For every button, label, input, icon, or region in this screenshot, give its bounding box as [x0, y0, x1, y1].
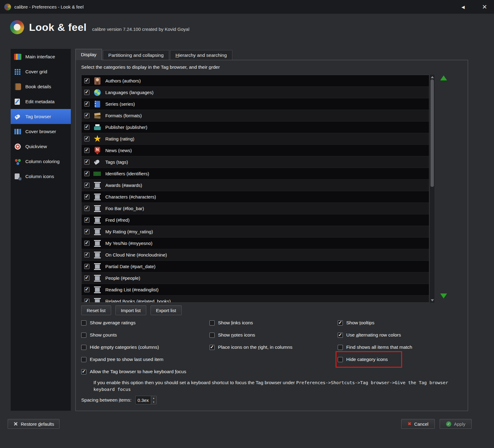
category-row-partial-date-part-date[interactable]: Partial Date (#part_date)	[82, 261, 429, 272]
reset-list-button[interactable]: Reset list	[81, 305, 111, 315]
cancel-button[interactable]: ✖ Cancel	[401, 419, 435, 429]
spin-up-icon[interactable]: ▲	[151, 396, 156, 400]
checkbox[interactable]	[84, 101, 89, 107]
checkbox[interactable]	[338, 333, 343, 338]
category-row-identifiers-identifiers[interactable]: Identifiers (identifiers)	[82, 168, 429, 180]
sidebar-item-column-icons[interactable]: Column icons	[11, 169, 71, 184]
sidebar-item-quickview[interactable]: Quickview	[11, 139, 71, 154]
checkbox[interactable]	[84, 275, 89, 281]
sidebar-item-main-interface[interactable]: Main interface	[11, 49, 71, 64]
page-title: Look & feel	[29, 21, 87, 33]
category-list: Authors (authors)Languages (languages)Se…	[81, 75, 429, 303]
tab-hierarchy-and-searching[interactable]: Hierarchy and searching	[170, 50, 232, 60]
category-row-characters-characters[interactable]: Characters (#characters)	[82, 191, 429, 203]
category-row-reading-list-readinglist[interactable]: Reading List (#readinglist)	[82, 284, 429, 296]
category-row-languages-languages[interactable]: Languages (languages)	[82, 87, 429, 98]
checkbox[interactable]	[84, 299, 89, 303]
move-up-button[interactable]	[439, 74, 448, 82]
option-place-icons-on-the-right-in-columns[interactable]: Place icons on the right, in columns	[209, 341, 292, 353]
category-row-tags-tags[interactable]: Tags (tags)	[82, 156, 429, 168]
checkbox[interactable]	[84, 113, 89, 118]
category-row-related-books-related-books[interactable]: Related Books (#related_books)	[82, 296, 429, 303]
sidebar-item-cover-grid[interactable]: Cover grid	[11, 64, 71, 79]
checkbox[interactable]	[338, 345, 343, 350]
checkbox[interactable]	[338, 357, 343, 362]
checkbox[interactable]	[81, 320, 86, 326]
option-allow-the-tag-browser-to-have-keyboard-focus[interactable]: Allow the Tag browser to have keyboard f…	[81, 366, 186, 378]
category-row-my-yes-no-myyesno[interactable]: My Yes/No (#myyesno)	[82, 238, 429, 249]
option-show-average-ratings[interactable]: Show average ratings	[81, 317, 136, 329]
checkbox[interactable]	[81, 345, 86, 350]
checkbox[interactable]	[84, 217, 89, 223]
back-arrow-icon[interactable]: ◀	[461, 5, 465, 9]
spacing-value[interactable]: 0.3ex	[136, 396, 151, 404]
checkbox[interactable]	[84, 148, 89, 153]
category-row-authors-authors[interactable]: Authors (authors)	[82, 75, 429, 87]
sidebar-item-tag-browser[interactable]: Tag browser	[11, 109, 71, 124]
option-label: Show tooltips	[346, 320, 374, 326]
sidebar-item-edit-metadata[interactable]: Edit metadata	[11, 94, 71, 109]
option-show-links-icons[interactable]: Show links icons	[209, 317, 253, 329]
option-show-notes-icons[interactable]: Show notes icons	[209, 329, 255, 341]
checkbox[interactable]	[81, 369, 86, 374]
sidebar-item-book-details[interactable]: Book details	[11, 79, 71, 94]
checkbox[interactable]	[84, 159, 89, 165]
category-row-publisher-publisher[interactable]: Publisher (publisher)	[82, 122, 429, 133]
tab-partitioning-and-collapsing[interactable]: Partitioning and collapsing	[103, 50, 169, 60]
scroll-up-icon[interactable]	[431, 76, 434, 78]
apply-button[interactable]: ✓ Apply	[440, 419, 472, 429]
option-use-alternating-row-colors[interactable]: Use alternating row colors	[338, 329, 401, 341]
checkbox[interactable]	[81, 333, 86, 338]
spin-down-icon[interactable]: ▼	[151, 400, 156, 404]
checkbox[interactable]	[209, 320, 215, 326]
instruction-text: Select the categories to display in the …	[81, 64, 220, 70]
category-row-foo-bar-foo-bar[interactable]: Foo Bar (#foo_bar)	[82, 203, 429, 214]
languages-icon	[93, 89, 101, 97]
restore-defaults-button[interactable]: Restore defaults	[8, 419, 60, 429]
export-list-button[interactable]: Export list	[151, 305, 182, 315]
checkbox[interactable]	[81, 357, 86, 362]
checkbox[interactable]	[338, 320, 343, 326]
category-row-people-people[interactable]: People (#people)	[82, 272, 429, 284]
scrollbar[interactable]	[430, 75, 434, 303]
category-label: Formats (formats)	[105, 113, 142, 118]
category-row-formats-formats[interactable]: Formats (formats)	[82, 110, 429, 122]
checkbox[interactable]	[84, 252, 89, 257]
checkbox[interactable]	[84, 287, 89, 292]
checkbox[interactable]	[209, 333, 215, 338]
category-row-my-rating-my-rating[interactable]: My Rating (#my_rating)	[82, 226, 429, 238]
checkbox[interactable]	[84, 78, 89, 83]
checkbox[interactable]	[84, 136, 89, 141]
option-expand-tree-to-show-last-used-item[interactable]: Expand tree to show last used item	[81, 353, 163, 366]
option-hide-category-icons[interactable]: Hide category icons	[338, 353, 400, 366]
close-button[interactable]: ×	[479, 0, 490, 14]
checkbox[interactable]	[84, 241, 89, 246]
sidebar-item-column-coloring[interactable]: Column coloring	[11, 154, 71, 169]
sidebar-item-cover-browser[interactable]: Cover browser	[11, 124, 71, 139]
checkbox[interactable]	[84, 264, 89, 269]
checkbox[interactable]	[84, 229, 89, 234]
checkbox[interactable]	[84, 171, 89, 176]
checkbox[interactable]	[84, 90, 89, 95]
option-show-tooltips[interactable]: Show tooltips	[338, 317, 374, 329]
checkbox[interactable]	[209, 345, 215, 350]
checkbox[interactable]	[84, 194, 89, 199]
tab-display[interactable]: Display	[75, 49, 102, 60]
option-hide-empty-categories-columns[interactable]: Hide empty categories (columns)	[81, 341, 159, 353]
checkbox[interactable]	[84, 125, 89, 130]
checkbox[interactable]	[84, 183, 89, 188]
category-row-series-series[interactable]: Series (series)	[82, 98, 429, 110]
category-row-news-news[interactable]: News (news)	[82, 145, 429, 156]
scroll-down-icon[interactable]	[431, 299, 434, 301]
scrollbar-thumb[interactable]	[430, 79, 434, 187]
option-show-counts[interactable]: Show counts	[81, 329, 117, 341]
import-list-button[interactable]: Import list	[115, 305, 146, 315]
category-row-on-cloud-nine-oncloudnine[interactable]: On Cloud Nine (#oncloudnine)	[82, 249, 429, 261]
category-row-rating-rating[interactable]: Rating (rating)	[82, 133, 429, 145]
category-row-awards-awards[interactable]: Awards (#awards)	[82, 180, 429, 191]
option-find-shows-all-items-that-match[interactable]: Find shows all items that match	[338, 341, 412, 353]
spacing-spinbox[interactable]: 0.3ex ▲▼	[135, 396, 157, 404]
move-down-button[interactable]	[439, 292, 448, 300]
checkbox[interactable]	[84, 206, 89, 211]
category-row-fred-fred[interactable]: Fred (#fred)	[82, 214, 429, 226]
